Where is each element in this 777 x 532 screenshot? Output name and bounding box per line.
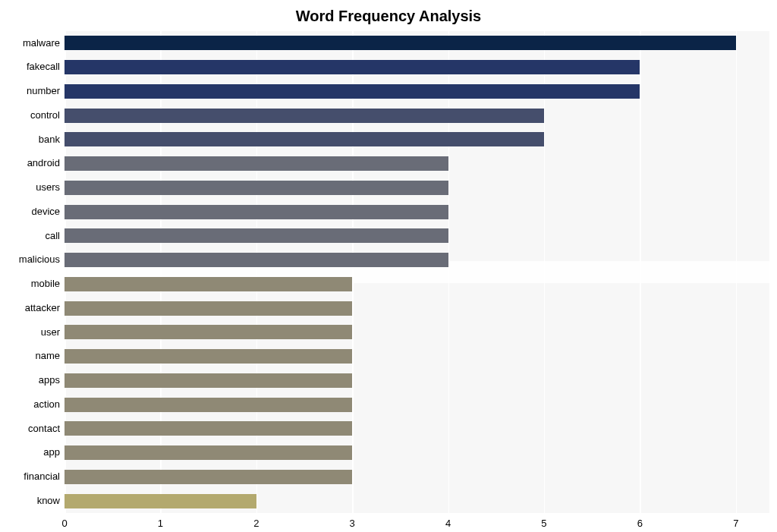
bar-row: [64, 322, 769, 343]
y-tick-label: control: [8, 105, 60, 126]
y-tick-label: malware: [8, 33, 60, 54]
x-tick-label: 0: [61, 518, 67, 529]
bar: [64, 277, 352, 291]
bar-row: [64, 129, 769, 150]
bar: [64, 398, 352, 412]
chart-container: Word Frequency Analysis malwarefakecalln…: [8, 8, 769, 524]
bar: [64, 301, 352, 316]
y-tick-label: device: [8, 201, 60, 222]
bar-row: [64, 201, 769, 222]
y-tick-label: users: [8, 177, 60, 198]
bar: [64, 84, 640, 99]
y-tick-label: fakecall: [8, 56, 60, 77]
y-tick-label: attacker: [8, 297, 60, 319]
bar: [64, 156, 448, 171]
x-tick-label: 1: [158, 518, 163, 529]
bars-wrapper: [64, 31, 769, 513]
bar-row: [64, 153, 769, 174]
bar: [64, 36, 736, 50]
y-tick-label: user: [8, 322, 60, 343]
bar: [64, 349, 352, 364]
bar-row: [64, 273, 769, 294]
bar: [64, 470, 352, 484]
bar-row: [64, 177, 769, 198]
y-tick-label: call: [8, 225, 60, 247]
bar-row: [64, 249, 769, 270]
y-tick-label: app: [8, 442, 60, 463]
y-tick-label: know: [8, 490, 60, 512]
bar-row: [64, 442, 769, 463]
y-tick-label: number: [8, 80, 60, 102]
y-axis: malwarefakecallnumbercontrolbankandroidu…: [8, 31, 64, 513]
bar-row: [64, 345, 769, 367]
bar-row: [64, 418, 769, 439]
bar: [64, 205, 448, 219]
bar: [64, 132, 544, 146]
x-tick-label: 7: [733, 518, 738, 529]
bar: [64, 253, 448, 267]
x-axis: 01234567: [64, 518, 769, 532]
y-tick-label: bank: [8, 129, 60, 150]
bar-row: [64, 33, 769, 54]
y-tick-label: name: [8, 345, 60, 367]
plot-area: malwarefakecallnumbercontrolbankandroidu…: [8, 31, 769, 513]
bar-row: [64, 80, 769, 102]
bar-row: [64, 297, 769, 319]
bar: [64, 421, 352, 436]
bar: [64, 228, 448, 243]
bar: [64, 445, 352, 460]
bar-row: [64, 105, 769, 126]
x-tick-label: 5: [541, 518, 546, 529]
bar-row: [64, 490, 769, 512]
bar-row: [64, 56, 769, 77]
x-tick-label: 6: [637, 518, 643, 529]
x-tick-label: 2: [253, 518, 259, 529]
bar: [64, 181, 448, 195]
bar: [64, 60, 640, 74]
bar-row: [64, 370, 769, 391]
bar: [64, 325, 352, 339]
y-tick-label: mobile: [8, 273, 60, 294]
y-tick-label: malicious: [8, 249, 60, 270]
bar-row: [64, 225, 769, 247]
y-tick-label: financial: [8, 466, 60, 487]
bars: [64, 31, 769, 513]
y-tick-label: apps: [8, 370, 60, 391]
bar: [64, 109, 544, 123]
bar: [64, 373, 352, 388]
bar: [64, 494, 256, 508]
y-tick-label: contact: [8, 418, 60, 439]
y-tick-label: android: [8, 153, 60, 174]
x-tick-label: 3: [350, 518, 355, 529]
bar-row: [64, 466, 769, 487]
bar-row: [64, 394, 769, 415]
chart-title: Word Frequency Analysis: [8, 8, 769, 25]
y-tick-label: action: [8, 394, 60, 415]
x-tick-label: 4: [445, 518, 451, 529]
